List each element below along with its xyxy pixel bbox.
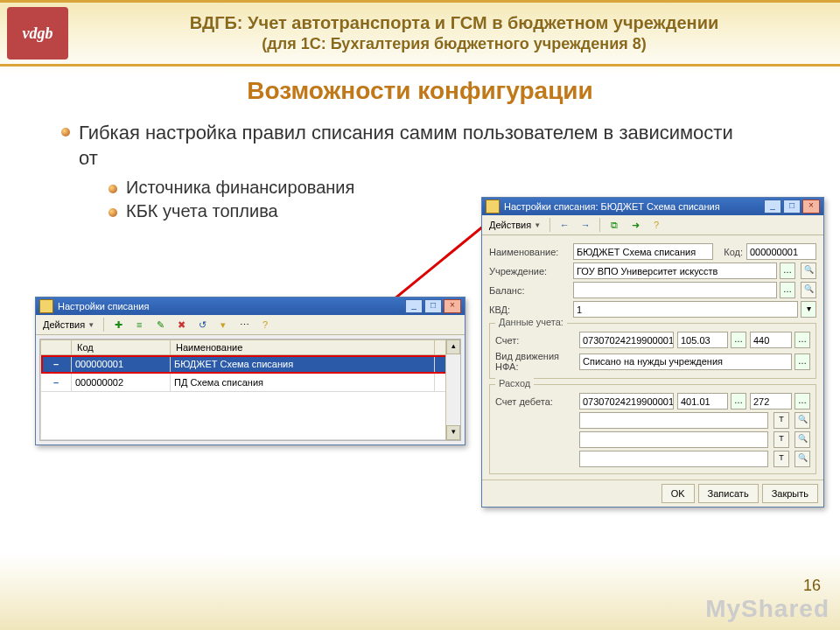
debit-sub-field[interactable]: 272: [750, 393, 792, 410]
toolbar: Действия▼ ← → ⧉ ➜ ?: [482, 215, 823, 235]
label-nfa: Вид движения НФА:: [495, 351, 576, 372]
account-code-field[interactable]: 07307024219900001: [579, 332, 674, 348]
extra-field[interactable]: [579, 431, 768, 448]
delete-icon[interactable]: ✖: [172, 316, 190, 333]
type-button[interactable]: T: [774, 431, 789, 448]
titlebar[interactable]: Настройки списания: БЮДЖЕТ Схема списани…: [482, 198, 823, 215]
edit-icon[interactable]: ✎: [151, 316, 169, 333]
add-copy-icon[interactable]: ≡: [130, 316, 148, 333]
minimize-button[interactable]: _: [764, 200, 781, 214]
org-field[interactable]: ГОУ ВПО Университет искусств: [573, 262, 777, 279]
scroll-down-icon[interactable]: ▾: [446, 425, 460, 440]
select-button[interactable]: …: [780, 262, 795, 279]
add-icon[interactable]: ✚: [109, 316, 127, 333]
dropdown-button[interactable]: ▾: [801, 301, 816, 318]
app-icon: [39, 299, 53, 313]
bullet-dot-icon: [61, 128, 70, 136]
lookup-icon[interactable]: 🔍: [794, 431, 810, 448]
page-number: 16: [803, 577, 821, 595]
header-line1: ВДГБ: Учет автотранспорта и ГСМ в бюджет…: [68, 12, 840, 34]
balance-field[interactable]: [573, 282, 777, 298]
close-button[interactable]: ×: [444, 299, 461, 313]
window-writeoff-detail: Настройки списания: БЮДЖЕТ Схема списани…: [481, 197, 824, 508]
header-text: ВДГБ: Учет автотранспорта и ГСМ в бюджет…: [68, 12, 840, 54]
bullet-sub-1: Источника финансирования: [108, 178, 805, 198]
kvd-field[interactable]: 1: [573, 301, 798, 318]
close-button[interactable]: ×: [802, 200, 820, 214]
refresh-icon[interactable]: ↺: [193, 316, 211, 333]
go-icon[interactable]: ➜: [626, 216, 644, 234]
label-org: Учреждение:: [489, 266, 570, 276]
select-button[interactable]: …: [731, 393, 746, 410]
label-code: Код:: [717, 247, 743, 257]
code-field[interactable]: 000000001: [746, 243, 816, 260]
help-icon[interactable]: ?: [256, 316, 274, 333]
name-field[interactable]: БЮДЖЕТ Схема списания: [573, 243, 713, 260]
maximize-button[interactable]: □: [783, 200, 801, 214]
debit-num-field[interactable]: 401.01: [677, 393, 728, 410]
select-button[interactable]: …: [731, 332, 746, 348]
select-button[interactable]: …: [794, 393, 810, 410]
group-label: Расход: [495, 378, 534, 388]
app-icon: [486, 200, 500, 214]
label-name: Наименование:: [489, 247, 570, 257]
watermark: MyShared: [705, 595, 830, 623]
grid-body: Код Наименование – 000000001 БЮДЖЕТ Схем…: [39, 339, 461, 441]
more-icon[interactable]: ⋯: [235, 316, 253, 333]
scrollbar[interactable]: ▴ ▾: [445, 340, 460, 440]
header-line2: (для 1С: Бухгалтерия бюджетного учрежден…: [68, 34, 840, 54]
scroll-up-icon[interactable]: ▴: [446, 340, 460, 354]
debit-code-field[interactable]: 07307024219900001: [579, 393, 674, 410]
select-button[interactable]: …: [794, 354, 810, 370]
label-debit: Счет дебета:: [495, 396, 576, 407]
section-title: Возможности конфигурации: [0, 77, 840, 105]
window-writeoff-settings: Настройки списания _ □ × Действия▼ ✚ ≡ ✎…: [35, 297, 466, 445]
extra-field[interactable]: [579, 412, 768, 429]
bullet-main-text: Гибкая настройка правил списания самим п…: [79, 121, 744, 171]
titlebar[interactable]: Настройки списания _ □ ×: [36, 298, 465, 315]
select-button[interactable]: …: [794, 332, 810, 348]
settings-table[interactable]: Код Наименование – 000000001 БЮДЖЕТ Схем…: [40, 340, 460, 440]
bullet-dot-icon: [108, 208, 117, 217]
table-row[interactable]: – 000000001 БЮДЖЕТ Схема списания: [41, 355, 460, 374]
group-expense: Расход Счет дебета: 07307024219900001 40…: [489, 384, 816, 474]
label-account: Счет:: [495, 335, 576, 346]
label-balance: Баланс:: [489, 285, 570, 296]
lookup-icon[interactable]: 🔍: [801, 262, 816, 279]
lookup-icon[interactable]: 🔍: [801, 282, 816, 298]
bullet-sub1-text: Источника финансирования: [126, 178, 354, 198]
header-band: vdgb ВДГБ: Учет автотранспорта и ГСМ в б…: [0, 0, 840, 66]
lookup-icon[interactable]: 🔍: [794, 451, 810, 467]
next-icon[interactable]: →: [577, 216, 594, 234]
bullet-main: Гибкая настройка правил списания самим п…: [61, 121, 744, 171]
save-button[interactable]: Записать: [698, 484, 759, 503]
prev-icon[interactable]: ←: [556, 216, 573, 234]
window2-title: Настройки списания: БЮДЖЕТ Схема списани…: [504, 201, 720, 212]
ok-button[interactable]: OK: [662, 484, 695, 503]
window1-title: Настройки списания: [58, 301, 149, 312]
type-button[interactable]: T: [774, 451, 789, 467]
col-name[interactable]: Наименование: [171, 340, 435, 355]
extra-field[interactable]: [579, 451, 768, 467]
actions-menu[interactable]: Действия▼: [39, 317, 98, 332]
select-button[interactable]: …: [780, 282, 795, 298]
vdgb-logo: vdgb: [7, 7, 68, 60]
copy-icon[interactable]: ⧉: [606, 216, 623, 234]
group-account-data: Данные учета: Счет: 07307024219900001 10…: [489, 323, 816, 379]
col-code[interactable]: Код: [72, 340, 171, 355]
account-sub-field[interactable]: 440: [750, 332, 792, 348]
help-icon[interactable]: ?: [648, 216, 665, 234]
form-buttons: OK Записать Закрыть: [482, 480, 823, 507]
nfa-field[interactable]: Списано на нужды учреждения: [579, 354, 792, 370]
type-button[interactable]: T: [774, 412, 789, 429]
lookup-icon[interactable]: 🔍: [794, 412, 810, 429]
filter-icon[interactable]: ▾: [214, 316, 232, 333]
table-row[interactable]: – 000000002 ПД Схема списания: [41, 374, 460, 392]
bullet-dot-icon: [108, 185, 117, 193]
actions-menu[interactable]: Действия▼: [486, 217, 544, 233]
form-body: Наименование: БЮДЖЕТ Схема списания Код:…: [482, 235, 823, 480]
close-button[interactable]: Закрыть: [762, 484, 818, 503]
maximize-button[interactable]: □: [424, 299, 442, 313]
minimize-button[interactable]: _: [405, 299, 423, 313]
account-num-field[interactable]: 105.03: [677, 332, 728, 348]
